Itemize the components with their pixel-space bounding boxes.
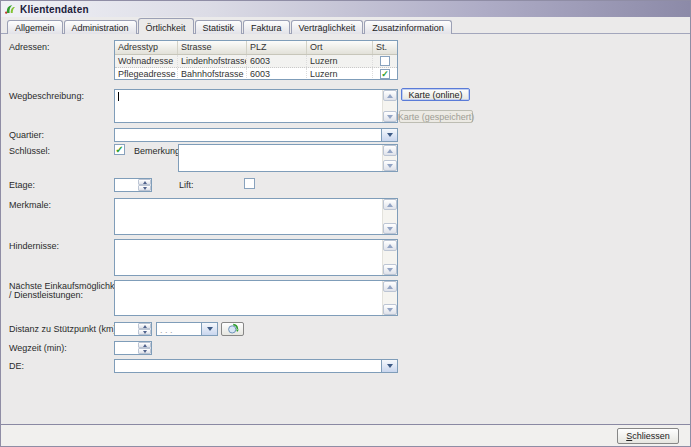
- chevron-down-icon: [387, 133, 393, 137]
- tab-zusatzinformation[interactable]: Zusatzinformation: [364, 20, 452, 34]
- chevron-down-icon: [207, 327, 213, 331]
- wegzeit-stepper[interactable]: [114, 341, 152, 355]
- karte-online-button[interactable]: Karte (online): [401, 88, 470, 101]
- scrollbar[interactable]: [382, 240, 397, 275]
- scroll-down-icon: [387, 268, 393, 272]
- merkmale-textarea[interactable]: [114, 198, 398, 235]
- wegzeit-label: Wegzeit (min):: [9, 343, 67, 353]
- bemerkung-label: Bemerkung:: [134, 146, 183, 156]
- einkauf-textarea[interactable]: [114, 280, 398, 316]
- step-up-icon: [143, 325, 147, 328]
- stepper-buttons: [138, 342, 151, 354]
- col-st[interactable]: St.: [373, 41, 397, 54]
- scroll-down-icon: [387, 115, 393, 119]
- route-calc-button[interactable]: [221, 322, 244, 336]
- table-row[interactable]: Wohnadresse Lindenhofstrasse.. 6003 Luze…: [115, 55, 397, 68]
- cell-plz: 6003: [247, 68, 307, 80]
- scroll-up-icon: [387, 244, 393, 248]
- tab-statistik[interactable]: Statistik: [195, 20, 243, 34]
- step-down-button[interactable]: [138, 348, 151, 354]
- quartier-select[interactable]: [114, 128, 398, 142]
- window-title: Klientendaten: [20, 4, 89, 15]
- scroll-up-icon: [387, 203, 393, 207]
- col-strasse[interactable]: Strasse: [178, 41, 247, 54]
- cell-ort: Luzern: [307, 55, 373, 67]
- bemerkung-textarea[interactable]: [178, 144, 398, 172]
- distanz-unit-value: . . .: [160, 325, 200, 335]
- row2-checkbox-checked[interactable]: ✓: [380, 69, 390, 79]
- scroll-up-icon: [387, 94, 393, 98]
- col-adresstyp[interactable]: Adresstyp: [115, 41, 178, 54]
- schluessel-label: Schlüssel:: [9, 146, 50, 156]
- step-down-button[interactable]: [138, 329, 151, 335]
- row1-checkbox-unchecked[interactable]: [380, 56, 390, 66]
- etage-stepper[interactable]: [114, 178, 152, 192]
- scroll-up-button[interactable]: [383, 281, 397, 292]
- scroll-down-icon: [387, 308, 393, 312]
- scroll-up-button[interactable]: [383, 90, 397, 101]
- quartier-label: Quartier:: [9, 130, 44, 140]
- scroll-down-button[interactable]: [383, 264, 397, 275]
- cell-plz: 6003: [247, 55, 307, 67]
- lift-checkbox-unchecked[interactable]: [244, 178, 255, 189]
- step-down-button[interactable]: [138, 185, 151, 191]
- scroll-down-icon: [387, 227, 393, 231]
- text-caret: [118, 92, 119, 101]
- scroll-down-button[interactable]: [383, 160, 397, 171]
- checkmark-icon: ✓: [381, 70, 389, 78]
- merkmale-label: Merkmale:: [9, 200, 51, 210]
- karte-gespeichert-button[interactable]: Karte (gespeichert): [399, 110, 473, 123]
- hindernisse-label: Hindernisse:: [9, 241, 59, 251]
- de-select[interactable]: [114, 359, 398, 373]
- col-ort[interactable]: Ort: [307, 41, 373, 54]
- scroll-down-button[interactable]: [383, 304, 397, 315]
- title-bar[interactable]: Klientendaten: [1, 1, 690, 17]
- scroll-up-button[interactable]: [383, 240, 397, 251]
- cell-strasse: Bahnhofstrasse: [178, 68, 247, 80]
- dropdown-button[interactable]: [381, 360, 397, 372]
- app-logo-icon: [4, 3, 16, 15]
- schluessel-checkbox-checked[interactable]: ✓: [114, 144, 125, 155]
- tab-bar: Allgemein Administration Örtlichkeit Sta…: [1, 18, 690, 34]
- address-table[interactable]: Adresstyp Strasse PLZ Ort St. Wohnadress…: [114, 40, 398, 80]
- table-row[interactable]: Pflegeadresse Bahnhofstrasse 6003 Luzern…: [115, 68, 397, 80]
- distanz-label: Distanz zu Stützpunkt (km):: [9, 324, 119, 334]
- scroll-up-button[interactable]: [383, 145, 397, 156]
- route-globe-icon: [227, 323, 239, 335]
- dropdown-button[interactable]: [381, 129, 397, 141]
- step-down-icon: [143, 331, 147, 334]
- scrollbar[interactable]: [382, 90, 397, 122]
- schliessen-button[interactable]: Schliessen: [617, 428, 679, 444]
- step-up-icon: [143, 181, 147, 184]
- scroll-down-icon: [387, 164, 393, 168]
- distanz-stepper[interactable]: [114, 322, 152, 336]
- checkmark-icon: ✓: [115, 145, 123, 154]
- scrollbar[interactable]: [382, 199, 397, 234]
- scroll-up-icon: [387, 285, 393, 289]
- footer-bar: [1, 424, 690, 446]
- hindernisse-textarea[interactable]: [114, 239, 398, 276]
- wegbeschreibung-textarea[interactable]: [114, 89, 398, 123]
- wegbeschreibung-label: Wegbeschreibung:: [9, 91, 84, 101]
- scroll-down-button[interactable]: [383, 223, 397, 234]
- address-table-header: Adresstyp Strasse PLZ Ort St.: [115, 41, 397, 55]
- col-plz[interactable]: PLZ: [247, 41, 307, 54]
- scrollbar[interactable]: [382, 281, 397, 315]
- tab-allgemein[interactable]: Allgemein: [7, 20, 63, 34]
- distanz-unit-select[interactable]: . . .: [156, 322, 218, 336]
- cell-strasse: Lindenhofstrasse..: [178, 55, 247, 67]
- scroll-up-button[interactable]: [383, 199, 397, 210]
- tab-faktura[interactable]: Faktura: [243, 20, 290, 34]
- cell-st: ✓: [373, 68, 397, 80]
- cell-adresstyp: Pflegeadresse: [115, 68, 178, 80]
- schliessen-rest: chliessen: [632, 431, 670, 441]
- tab-oertlichkeit[interactable]: Örtlichkeit: [138, 18, 194, 34]
- tab-administration[interactable]: Administration: [64, 20, 137, 34]
- scroll-down-button[interactable]: [383, 111, 397, 122]
- dropdown-button[interactable]: [201, 323, 217, 335]
- scrollbar[interactable]: [382, 145, 397, 171]
- einkauf-label-line2: / Dienstleistungen:: [9, 290, 83, 300]
- tab-vertraeglichkeit[interactable]: Verträglichkeit: [291, 20, 364, 34]
- cell-st: [373, 55, 397, 67]
- scroll-up-icon: [387, 149, 393, 153]
